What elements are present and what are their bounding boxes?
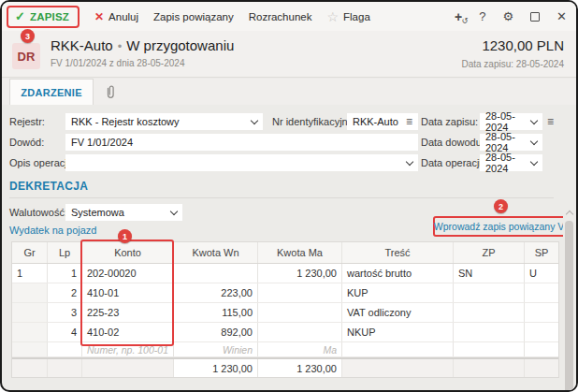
wydatek-na-pojazd-link[interactable]: Wydatek na pojazd (9, 225, 96, 236)
data-zapisu-label: Data zapisu: (421, 116, 478, 127)
vertical-scrollbar[interactable] (563, 105, 576, 390)
step-1-badge: 1 (118, 229, 132, 243)
cell-lp[interactable]: 3 (48, 303, 82, 322)
col-header-kwota-wn[interactable]: Kwota Wn (174, 242, 258, 263)
cell-zp[interactable] (454, 323, 525, 341)
cancel-button[interactable]: ✕ Anuluj (94, 10, 138, 23)
cell-tresc[interactable]: KUP (342, 283, 454, 302)
cell-lp[interactable]: 2 (48, 283, 82, 302)
related-entry-label: Zapis powiązany (153, 11, 234, 22)
history-arrow-icon: ↺ (462, 18, 469, 25)
cell-gr[interactable] (12, 323, 48, 341)
rejestr-select[interactable]: RKK - Rejestr kosztowy (65, 113, 263, 130)
chevron-down-icon (530, 157, 538, 165)
dekretacja-section-title: DEKRETACJA (9, 180, 88, 193)
data-dowodu-field[interactable]: 28-05-2024 (480, 134, 542, 151)
table-row[interactable]: 2 410-01 223,00 KUP (12, 283, 558, 303)
col-header-konto[interactable]: Konto (82, 242, 174, 263)
title-separator: • (118, 39, 123, 53)
hamburger-icon[interactable]: ≡ (406, 116, 412, 127)
cell-sp[interactable] (525, 303, 558, 322)
cell-sp[interactable] (525, 323, 558, 341)
document-name: RKK-Auto (51, 37, 113, 53)
cell-gr[interactable] (12, 303, 48, 322)
cell-kwota-ma[interactable] (258, 283, 342, 302)
chevron-down-icon (170, 207, 178, 214)
cell-kwota-wn[interactable]: 892,00 (174, 323, 258, 341)
paperclip-icon (104, 84, 117, 99)
tab-strip: ZDARZENIE (2, 79, 576, 105)
nr-identyfikacyjny-input[interactable] (353, 116, 406, 127)
cell-kwota-ma[interactable]: 1 230,00 (258, 264, 342, 283)
data-operacji-field[interactable]: 28-05-2024 (480, 154, 542, 171)
cell-lp[interactable] (48, 342, 82, 356)
help-icon[interactable]: ? (479, 10, 485, 22)
cell-zp[interactable] (454, 303, 525, 322)
cell-konto[interactable]: 225-23 (82, 303, 174, 322)
cell-gr[interactable] (12, 342, 48, 356)
cell-zp[interactable] (454, 342, 525, 356)
tab-attachments[interactable] (94, 79, 126, 105)
konto-placeholder[interactable]: Numer, np. 100-01 (82, 342, 174, 356)
data-operacji-label: Data operacji: (421, 157, 484, 168)
grid-new-row[interactable]: Numer, np. 100-01 Winien Ma (12, 342, 558, 357)
cell-zp[interactable] (454, 283, 525, 302)
scroll-up-icon[interactable] (566, 210, 573, 217)
dowod-input[interactable] (71, 137, 412, 148)
cell-kwota-ma[interactable] (258, 323, 342, 341)
add-with-history-icon[interactable]: +↺ (455, 10, 462, 23)
scrollbar-thumb[interactable] (565, 221, 573, 392)
cell-tresc[interactable]: VAT odliczony (342, 303, 454, 322)
walutowosc-label: Walutowość: (9, 207, 67, 218)
save-button[interactable]: ✓ ZAPISZ (7, 6, 79, 28)
table-row[interactable]: 3 225-23 115,00 VAT odliczony (12, 303, 558, 323)
cell-tresc[interactable] (342, 342, 454, 356)
flag-label: Flaga (343, 11, 370, 22)
cell-tresc[interactable]: NKUP (342, 323, 454, 341)
cell-lp[interactable]: 4 (48, 323, 82, 341)
data-zapisu-field[interactable]: 28-05-2024 (480, 113, 542, 130)
cell-kwota-wn[interactable]: 115,00 (174, 303, 258, 322)
document-header: DR RKK-Auto•W przygotowaniu FV 1/01/2024… (2, 31, 576, 78)
tab-zdarzenie[interactable]: ZDARZENIE (9, 79, 94, 105)
maximize-icon[interactable] (530, 12, 540, 22)
opis-operacji-select[interactable] (65, 154, 418, 171)
kwota-wn-placeholder[interactable]: Winien (174, 342, 258, 356)
cell-lp[interactable]: 1 (48, 264, 82, 283)
wprowadz-zapis-vat-link[interactable]: Wprowadź zapis powiązany VAT (434, 221, 575, 232)
table-row[interactable]: 1 1 202-00020 1 230,00 wartość brutto SN… (12, 264, 558, 283)
cell-sp[interactable]: U (525, 264, 558, 283)
col-header-gr[interactable]: Gr (12, 242, 48, 263)
close-icon[interactable]: ✕ (556, 10, 567, 22)
gear-icon[interactable]: ⚙ (502, 10, 513, 22)
cell-konto[interactable]: 410-01 (82, 283, 174, 302)
nr-identyfikacyjny-field[interactable]: ≡ (347, 113, 418, 130)
cell-kwota-wn[interactable]: 223,00 (174, 283, 258, 302)
data-zapisu-value: 28-05-2024 (485, 110, 531, 133)
dowod-field[interactable] (65, 134, 418, 151)
col-header-tresc[interactable]: Treść (342, 242, 454, 263)
table-row[interactable]: 4 410-02 892,00 NKUP (12, 323, 558, 342)
walutowosc-select[interactable]: Systemowa (65, 204, 182, 221)
col-header-kwota-ma[interactable]: Kwota Ma (258, 242, 342, 263)
col-header-zp[interactable]: ZP (454, 242, 525, 263)
flag-button[interactable]: ☆ Flaga (326, 9, 369, 24)
col-header-sp[interactable]: SP (525, 242, 558, 263)
cell-gr[interactable] (12, 283, 48, 302)
kwota-ma-placeholder[interactable]: Ma (258, 342, 342, 356)
cell-konto[interactable]: 410-02 (82, 323, 174, 341)
cell-konto[interactable]: 202-00020 (82, 264, 174, 283)
col-header-lp[interactable]: Lp (48, 242, 82, 263)
hamburger-icon[interactable]: ≡ (547, 115, 554, 128)
related-entry-button[interactable]: Zapis powiązany (153, 11, 234, 22)
cell-kwota-wn[interactable] (174, 264, 258, 283)
cell-zp[interactable]: SN (454, 264, 525, 283)
save-button-label: ZAPISZ (30, 11, 69, 22)
cell-gr[interactable]: 1 (12, 264, 48, 283)
settlement-button[interactable]: Rozrachunek (249, 11, 312, 22)
status-text: W przygotowaniu (126, 37, 234, 53)
cell-tresc[interactable]: wartość brutto (342, 264, 454, 283)
cell-kwota-ma[interactable] (258, 303, 342, 322)
cell-sp[interactable] (525, 342, 558, 356)
cell-sp[interactable] (525, 283, 558, 302)
